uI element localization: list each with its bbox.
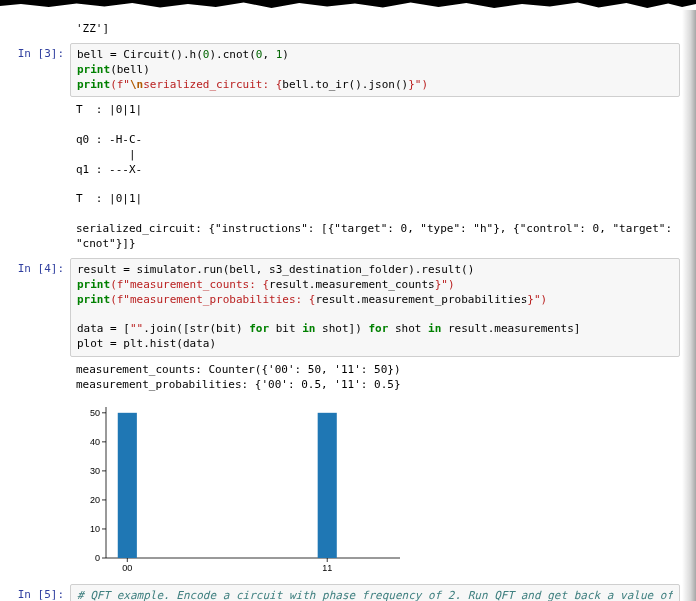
svg-rect-17 [318,412,337,557]
output-text: T : |0|1| q0 : -H-C- | q1 : ---X- T : |0… [76,103,674,251]
prompt-empty [8,359,70,397]
svg-text:50: 50 [90,407,100,417]
cell-3-output: T : |0|1| q0 : -H-C- | q1 : ---X- T : |0… [8,99,680,255]
output-fragment: 'ZZ'] [8,18,680,41]
cell-4: In [4]: result = simulator.run(bell, s3_… [8,258,680,357]
output-probs: measurement_probabilities: {'00': 0.5, '… [76,378,674,393]
cell-5: In [5]: # QFT example. Encode a circuit … [8,584,680,601]
torn-edge-top [0,0,696,10]
histogram-chart: 010203040500011 [76,401,406,576]
svg-text:10: 10 [90,524,100,534]
prompt-in-5: In [5]: [8,584,70,601]
prompt-in-3: In [3]: [8,43,70,98]
output-counts: measurement_counts: Counter({'00': 50, '… [76,363,674,378]
output-text: 'ZZ'] [76,22,674,37]
svg-text:20: 20 [90,494,100,504]
svg-text:40: 40 [90,436,100,446]
svg-rect-14 [118,412,137,557]
cell-3: In [3]: bell = Circuit().h(0).cnot(0, 1)… [8,43,680,98]
notebook: 'ZZ'] In [3]: bell = Circuit().h(0).cnot… [0,10,696,601]
prompt-empty [8,18,70,41]
svg-text:00: 00 [122,563,132,573]
code-input-5[interactable]: # QFT example. Encode a circuit with pha… [70,584,680,601]
cell-4-chart: 010203040500011 [8,399,680,582]
prompt-empty [8,399,70,582]
svg-text:11: 11 [322,563,332,573]
code-input-4[interactable]: result = simulator.run(bell, s3_destinat… [70,258,680,357]
page-shadow [682,10,696,601]
prompt-in-4: In [4]: [8,258,70,357]
svg-text:30: 30 [90,465,100,475]
code-input-3[interactable]: bell = Circuit().h(0).cnot(0, 1) print(b… [70,43,680,98]
cell-4-output: measurement_counts: Counter({'00': 50, '… [8,359,680,397]
svg-text:0: 0 [95,553,100,563]
prompt-empty [8,99,70,255]
